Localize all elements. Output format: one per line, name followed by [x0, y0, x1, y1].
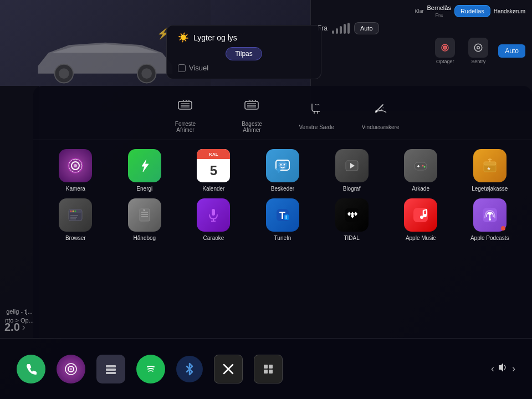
taskbar-menu[interactable] [254, 355, 283, 383]
app-energi[interactable]: Energi [114, 149, 176, 192]
kamera-label: Kamera [66, 186, 85, 192]
app-haandbog[interactable]: ℹ Håndbog [114, 198, 176, 241]
svg-rect-70 [106, 369, 116, 371]
forreste-afrimer-label: Forreste Afrimer [166, 121, 204, 133]
version-arrow: › [22, 321, 25, 333]
tunein-label: TuneIn [274, 235, 291, 241]
podcasts-notif-dot [501, 226, 505, 231]
apple-podcasts-label: Apple Podcasts [470, 235, 509, 241]
taskbar: ‹ › [0, 338, 532, 399]
app-tunein[interactable]: T i TuneIn [252, 198, 314, 241]
svg-point-60 [420, 216, 423, 219]
svg-point-17 [375, 110, 377, 112]
svg-point-61 [423, 214, 427, 217]
vinduesviskere-btn[interactable]: Vinduesviskere [362, 99, 400, 130]
bluetooth-icon [176, 356, 203, 382]
x-icon [214, 355, 243, 383]
bageste-afrimer-icon [243, 96, 260, 117]
svg-point-65 [489, 218, 491, 221]
venstre-saede-icon [308, 99, 325, 121]
svg-rect-35 [484, 162, 496, 165]
tunein-icon: T i [266, 198, 299, 232]
camera-tb-icon [57, 355, 85, 383]
next-btn[interactable]: › [512, 363, 515, 375]
app-tidal[interactable]: TIDAL [320, 198, 383, 241]
svg-point-33 [424, 166, 426, 168]
phone-icon [17, 355, 45, 383]
arkade-icon [404, 149, 437, 182]
volume-btn[interactable] [498, 362, 509, 376]
app-apple-music[interactable]: Apple Music [390, 198, 452, 241]
taskbar-spotify[interactable] [136, 355, 165, 383]
taskbar-x[interactable] [214, 355, 243, 383]
tilpas-btn[interactable]: Tilpas [226, 47, 262, 60]
taskbar-camera[interactable] [57, 355, 85, 383]
venstre-saede-label: Venstre Sæde [299, 124, 334, 130]
svg-text:i: i [285, 214, 287, 220]
haandbog-label: Håndbog [134, 235, 156, 241]
svg-point-1 [59, 68, 69, 79]
sun-icon: ☀️ [178, 32, 189, 43]
app-kamera[interactable]: Kamera [44, 149, 107, 192]
cards-icon [96, 355, 125, 383]
svg-point-42 [75, 211, 76, 212]
energi-icon [128, 149, 161, 182]
svg-point-68 [70, 368, 72, 370]
bageste-afrimer-btn[interactable]: Bageste Afrimer [232, 96, 271, 133]
svg-point-41 [73, 211, 74, 212]
svg-rect-75 [264, 370, 268, 374]
auto-btn-top[interactable]: Auto [354, 22, 379, 34]
svg-rect-69 [106, 365, 116, 367]
arkade-label: Arkade [412, 186, 429, 192]
app-biograf[interactable]: Biograf [320, 149, 383, 192]
handskoerum-control: Handskørum [494, 8, 525, 14]
visuel-checkbox[interactable] [178, 64, 186, 72]
climate-row: Forreste Afrimer Bageste Afrimer [33, 86, 532, 140]
svg-point-7 [475, 44, 483, 52]
biograf-icon [335, 149, 369, 182]
apple-music-label: Apple Music [406, 235, 436, 241]
apple-podcasts-icon [473, 198, 507, 232]
lygter-panel: ☀️ Lygter og lys Tilpas Visuel [166, 25, 321, 79]
sentry-btn[interactable]: Sentry [468, 38, 488, 64]
svg-point-8 [477, 47, 480, 49]
svg-text:ℹ: ℹ [144, 208, 145, 212]
venstre-saede-btn[interactable]: Venstre Sæde [299, 99, 334, 130]
app-arkade[interactable]: Arkade [390, 149, 452, 192]
tidal-label: TIDAL [344, 235, 359, 241]
app-browser[interactable]: Browser [44, 198, 107, 241]
version-area: 2.0 › [4, 321, 25, 334]
forreste-afrimer-btn[interactable]: Forreste Afrimer [166, 96, 204, 133]
tidal-icon [335, 198, 369, 232]
auto-btn-right[interactable]: Auto [498, 44, 525, 58]
taskbar-bluetooth[interactable] [176, 356, 203, 382]
vinduesviskere-icon [372, 99, 390, 121]
svg-rect-71 [106, 372, 116, 374]
forreste-afrimer-icon [176, 96, 194, 117]
spotify-icon [136, 355, 165, 383]
legetojakasse-icon: ★ [473, 149, 507, 182]
caraoke-label: Caraoke [203, 235, 224, 241]
taskbar-cards[interactable] [96, 355, 125, 383]
app-caraoke[interactable]: Caraoke [182, 198, 245, 241]
svg-point-3 [141, 68, 152, 79]
bernelas-control[interactable]: Bernelås Fra [427, 4, 451, 18]
app-beskeder[interactable]: Beskeder [252, 149, 314, 192]
svg-point-27 [283, 164, 285, 166]
app-legetojakasse[interactable]: ★ Legetøjakasse [458, 149, 521, 192]
svg-point-20 [74, 164, 77, 167]
app-kalender[interactable]: KAL 5 Kalender [182, 149, 245, 192]
rudellas-btn[interactable]: Rudellas [454, 5, 490, 17]
beskeder-label: Beskeder [271, 186, 294, 192]
kamera-icon [59, 149, 92, 182]
app-apple-podcasts[interactable]: Apple Podcasts [458, 198, 521, 241]
prev-btn[interactable]: ‹ [491, 363, 494, 375]
svg-rect-74 [269, 365, 273, 369]
optager-btn[interactable]: Optager [435, 38, 455, 64]
beskeder-icon [266, 149, 299, 182]
taskbar-phone[interactable] [17, 355, 45, 383]
svg-rect-76 [269, 370, 273, 374]
volume-area: ‹ › [491, 362, 515, 376]
app-grid: Kamera Energi KAL 5 Kalender [33, 140, 532, 250]
mirror-control[interactable]: Klar [415, 8, 424, 14]
